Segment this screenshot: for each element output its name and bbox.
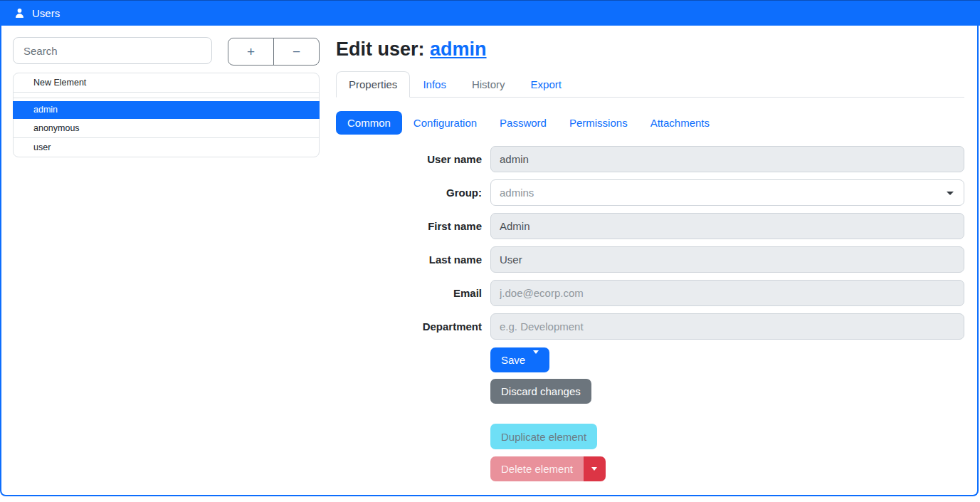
app-header: Users bbox=[0, 0, 980, 26]
save-button[interactable]: Save bbox=[490, 347, 549, 372]
remove-element-button[interactable]: − bbox=[273, 38, 319, 65]
form-actions: Save Discard changes Duplicate element D… bbox=[490, 347, 964, 481]
edited-user-link[interactable]: admin bbox=[430, 38, 487, 60]
discard-changes-button[interactable]: Discard changes bbox=[490, 379, 591, 404]
delete-element-button[interactable]: Delete element bbox=[490, 456, 584, 481]
firstname-label: First name bbox=[336, 220, 490, 232]
list-toolbar: + − bbox=[228, 38, 320, 66]
chevron-down-icon bbox=[947, 192, 954, 195]
caret-down-icon bbox=[533, 350, 539, 366]
delete-split-button: Delete element bbox=[490, 456, 964, 481]
sub-tabs: Common Configuration Password Permission… bbox=[336, 111, 964, 135]
department-label: Department bbox=[336, 320, 490, 333]
group-select-value: admins bbox=[500, 187, 534, 199]
user-form: User name Group: admins First name Last … bbox=[336, 146, 964, 340]
subtab-common[interactable]: Common bbox=[336, 111, 402, 135]
content-frame: + − New Element admin anonymous user Edi… bbox=[0, 26, 979, 496]
email-label: Email bbox=[336, 287, 490, 299]
tab-export[interactable]: Export bbox=[518, 71, 574, 98]
firstname-field[interactable] bbox=[490, 213, 964, 239]
main-panel: Edit user: admin Properties Infos Histor… bbox=[336, 37, 964, 495]
list-item-user[interactable]: user bbox=[14, 137, 319, 157]
app-title: Users bbox=[32, 7, 60, 19]
subtab-password[interactable]: Password bbox=[488, 111, 558, 135]
tab-history: History bbox=[459, 71, 518, 98]
email-field[interactable] bbox=[490, 280, 964, 306]
username-field[interactable] bbox=[490, 146, 964, 172]
subtab-attachments[interactable]: Attachments bbox=[639, 111, 721, 135]
delete-dropdown-toggle[interactable] bbox=[584, 456, 606, 481]
tab-infos[interactable]: Infos bbox=[410, 71, 459, 98]
department-field[interactable] bbox=[490, 313, 964, 340]
duplicate-element-button[interactable]: Duplicate element bbox=[490, 424, 597, 449]
tab-properties[interactable]: Properties bbox=[336, 71, 410, 98]
element-list: New Element admin anonymous user bbox=[13, 73, 320, 157]
save-button-label: Save bbox=[501, 354, 525, 366]
group-select[interactable]: admins bbox=[490, 179, 964, 206]
search-input[interactable] bbox=[13, 37, 212, 64]
caret-down-icon bbox=[591, 467, 597, 471]
list-item-empty[interactable] bbox=[14, 92, 319, 98]
lastname-label: Last name bbox=[336, 253, 490, 266]
lastname-field[interactable] bbox=[490, 246, 964, 273]
add-element-button[interactable]: + bbox=[228, 38, 273, 65]
page-title-prefix: Edit user: bbox=[336, 38, 430, 60]
list-item-new-element[interactable]: New Element bbox=[14, 73, 319, 92]
list-item-admin[interactable]: admin bbox=[13, 101, 320, 119]
username-label: User name bbox=[336, 153, 490, 165]
group-label: Group: bbox=[336, 187, 490, 199]
page-title: Edit user: admin bbox=[336, 38, 964, 61]
person-icon bbox=[14, 7, 26, 19]
list-item-anonymous[interactable]: anonymous bbox=[14, 119, 319, 137]
subtab-permissions[interactable]: Permissions bbox=[558, 111, 639, 135]
subtab-configuration[interactable]: Configuration bbox=[402, 111, 488, 135]
sidebar: + − New Element admin anonymous user bbox=[13, 37, 320, 495]
main-tabs: Properties Infos History Export bbox=[336, 71, 964, 98]
